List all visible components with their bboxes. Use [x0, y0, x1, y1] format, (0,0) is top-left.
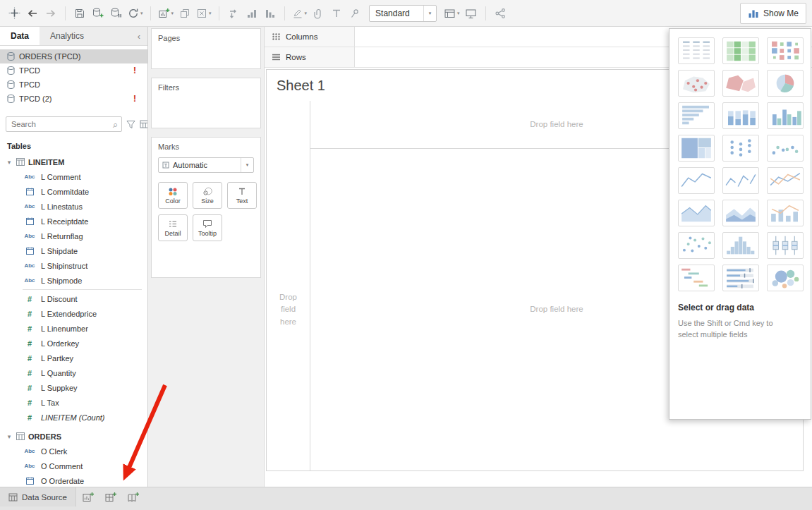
- field-o-comment[interactable]: AbcO Comment: [0, 459, 147, 473]
- showme-area-chart-continuous-icon[interactable]: [678, 200, 715, 226]
- data-source-3[interactable]: TPCD: [0, 78, 147, 92]
- table-header-lineitem[interactable]: ▾LINEITEM: [0, 154, 147, 169]
- field-l-tax[interactable]: #L Tax: [0, 395, 147, 410]
- field-l-shipinstruct[interactable]: AbcL Shipinstruct: [0, 258, 147, 273]
- showme-treemap-icon[interactable]: [678, 135, 715, 162]
- run-update-button[interactable]: ▾: [126, 4, 145, 23]
- showme-highlight-table-icon[interactable]: [722, 37, 759, 64]
- showme-text-table-icon[interactable]: [678, 37, 715, 64]
- undo-button[interactable]: [24, 4, 41, 23]
- field-o-orderdate[interactable]: O Orderdate: [0, 473, 147, 487]
- table-header-orders[interactable]: ▾ORDERS: [0, 429, 147, 444]
- showme-scatter-plot-icon[interactable]: [678, 232, 715, 259]
- field-l-discount[interactable]: #L Discount: [0, 291, 147, 306]
- showme-side-by-side-bars-icon[interactable]: [767, 102, 804, 129]
- new-worksheet-button[interactable]: ▾: [157, 4, 176, 23]
- showme-bullet-graph-icon[interactable]: [722, 265, 759, 291]
- filter-icon[interactable]: [126, 120, 135, 129]
- collapse-pane-icon[interactable]: ‹: [131, 27, 147, 45]
- showme-box-and-whisker-icon[interactable]: [767, 232, 804, 259]
- fit-dropdown[interactable]: Standard ▾: [369, 5, 437, 22]
- showme-dual-combination-icon[interactable]: [767, 200, 804, 226]
- field-l-returnflag[interactable]: AbcL Returnflag: [0, 229, 147, 243]
- share-button[interactable]: [492, 4, 509, 23]
- duplicate-sheet-button[interactable]: [176, 4, 193, 23]
- field-l-comment[interactable]: AbcL Comment: [0, 169, 147, 184]
- collapse-caret-icon[interactable]: ▾: [6, 159, 13, 166]
- new-worksheet-tab-button[interactable]: [79, 487, 99, 506]
- field-l-linenumber[interactable]: #L Linenumber: [0, 321, 147, 336]
- showme-circle-views-icon[interactable]: [722, 135, 759, 162]
- data-source-1[interactable]: ORDERS (TPCD): [0, 49, 147, 63]
- field-lineitem-count[interactable]: #LINEITEM (Count): [0, 410, 147, 425]
- showme-continuous-lines-icon[interactable]: [678, 167, 715, 194]
- tab-data[interactable]: Data: [0, 27, 40, 45]
- fix-axes-button[interactable]: [346, 4, 363, 23]
- redo-button[interactable]: [42, 4, 59, 23]
- search-field[interactable]: [10, 119, 113, 129]
- new-dashboard-button[interactable]: [102, 487, 121, 506]
- swap-axes-button[interactable]: [225, 4, 242, 23]
- field-l-quantity[interactable]: #L Quantity: [0, 365, 147, 380]
- field-l-extendedprice[interactable]: #L Extendedprice: [0, 306, 147, 321]
- field-l-receiptdate[interactable]: L Receiptdate: [0, 214, 147, 229]
- showme-area-chart-discrete-icon[interactable]: [722, 200, 759, 226]
- field-l-commitdate[interactable]: L Commitdate: [0, 184, 147, 199]
- show-mark-labels-button[interactable]: [328, 4, 345, 23]
- view-options-icon[interactable]: ▾: [140, 120, 148, 128]
- data-source-4[interactable]: TPCD (2)!: [0, 92, 147, 106]
- group-members-button[interactable]: [310, 4, 327, 23]
- showme-packed-bubbles-icon[interactable]: [767, 265, 804, 291]
- sort-ascending-button[interactable]: [243, 4, 260, 23]
- chevron-down-icon[interactable]: ▾: [209, 11, 212, 16]
- chevron-down-icon[interactable]: ▾: [305, 11, 308, 16]
- highlight-button[interactable]: ▾: [291, 4, 309, 23]
- showme-discrete-lines-icon[interactable]: [722, 167, 759, 194]
- new-data-source-button[interactable]: [90, 4, 107, 23]
- tab-analytics[interactable]: Analytics: [40, 27, 95, 45]
- search-input[interactable]: ⌕: [6, 116, 122, 132]
- showme-histogram-icon[interactable]: [722, 232, 759, 259]
- showme-filled-map-icon[interactable]: [722, 70, 759, 97]
- field-l-shipmode[interactable]: AbcL Shipmode: [0, 273, 147, 288]
- showme-side-by-side-circles-icon[interactable]: [767, 135, 804, 162]
- collapse-caret-icon[interactable]: ▾: [6, 433, 13, 440]
- data-source-tab[interactable]: Data Source: [0, 487, 76, 506]
- showme-dual-lines-icon[interactable]: [767, 167, 804, 194]
- showme-stacked-bars-icon[interactable]: [722, 102, 759, 129]
- save-button[interactable]: [71, 4, 88, 23]
- chevron-down-icon[interactable]: ▾: [457, 11, 460, 16]
- show-hide-cards-button[interactable]: ▾: [442, 4, 461, 23]
- sort-descending-button[interactable]: [262, 4, 279, 23]
- field-l-orderkey[interactable]: #L Orderkey: [0, 336, 147, 351]
- presentation-mode-button[interactable]: [463, 4, 480, 23]
- field-l-shipdate[interactable]: L Shipdate: [0, 243, 147, 258]
- field-l-suppkey[interactable]: #L Suppkey: [0, 380, 147, 395]
- chevron-down-icon[interactable]: ▾: [140, 11, 143, 16]
- marks-button-detail[interactable]: Detail: [158, 214, 188, 241]
- showme-horizontal-bars-icon[interactable]: [678, 102, 715, 129]
- showme-gantt-chart-icon[interactable]: [678, 265, 715, 291]
- field-o-clerk[interactable]: AbcO Clerk: [0, 444, 147, 459]
- left-drop-zone[interactable]: Drop field here: [267, 149, 310, 470]
- field-l-linestatus[interactable]: AbcL Linestatus: [0, 199, 147, 214]
- new-story-button[interactable]: [124, 487, 144, 506]
- mark-type-dropdown[interactable]: Automatic ▾: [158, 157, 254, 173]
- field-l-partkey[interactable]: #L Partkey: [0, 351, 147, 365]
- chevron-down-icon[interactable]: ▾: [241, 158, 253, 172]
- chevron-down-icon[interactable]: ▾: [423, 6, 436, 21]
- data-source-2[interactable]: TPCD!: [0, 63, 147, 78]
- marks-button-color[interactable]: Color: [158, 182, 188, 209]
- pause-auto-updates-button[interactable]: [108, 4, 125, 23]
- pages-shelf[interactable]: Pages: [151, 28, 261, 69]
- filters-shelf[interactable]: Filters: [151, 78, 261, 128]
- showme-symbol-map-icon[interactable]: [678, 70, 715, 97]
- marks-button-text[interactable]: Text: [227, 182, 257, 209]
- marks-button-size[interactable]: Size: [193, 182, 222, 209]
- marks-button-tooltip[interactable]: Tooltip: [193, 214, 222, 241]
- clear-sheet-button[interactable]: ▾: [195, 4, 213, 23]
- showme-heat-map-icon[interactable]: [767, 37, 804, 64]
- show-me-button[interactable]: Show Me: [740, 3, 806, 24]
- showme-pie-chart-icon[interactable]: [767, 70, 804, 97]
- chevron-down-icon[interactable]: ▾: [171, 11, 174, 16]
